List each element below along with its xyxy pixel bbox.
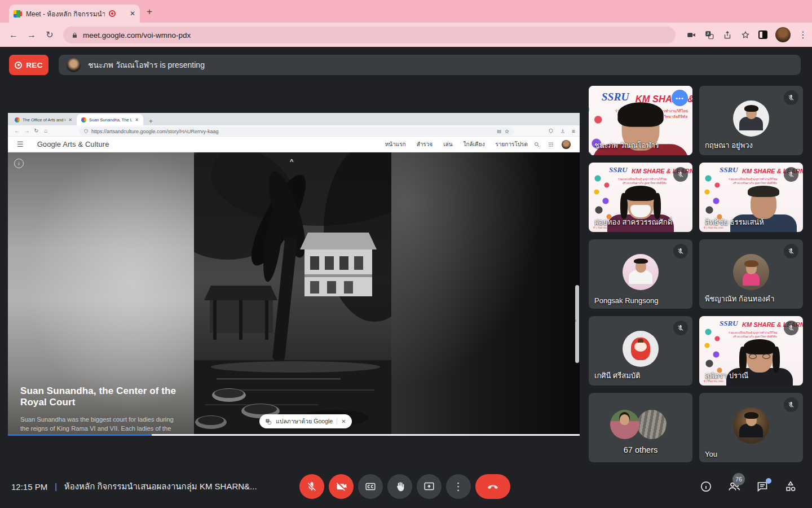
reader-mode-icon[interactable]: ▤ bbox=[497, 129, 501, 134]
end-call-button[interactable] bbox=[475, 474, 510, 499]
gac-nav-play[interactable]: เล่น bbox=[443, 140, 452, 148]
raise-hand-button[interactable] bbox=[387, 474, 412, 499]
mic-off-icon bbox=[673, 321, 688, 335]
share-icon[interactable] bbox=[722, 30, 732, 40]
address-bar[interactable]: meet.google.com/voi-wmno-pdx bbox=[63, 27, 676, 43]
story-info-icon[interactable]: i bbox=[14, 159, 24, 168]
participants-button[interactable]: 76 bbox=[727, 480, 741, 493]
gac-nav-explore[interactable]: สำรวจ bbox=[417, 140, 433, 148]
participant-tile[interactable]: กฤษณา อยู่พวง bbox=[699, 86, 803, 155]
collapse-chevron-icon[interactable]: ‹ bbox=[575, 318, 576, 323]
inner-download-icon[interactable] bbox=[560, 128, 566, 134]
participant-name: ฝอยทอง สาครวรรณศักดิ์ bbox=[594, 216, 672, 228]
divider: | bbox=[55, 482, 57, 491]
mic-off-icon bbox=[673, 244, 688, 259]
rec-label: REC bbox=[26, 61, 42, 69]
forward-icon[interactable]: → bbox=[23, 30, 41, 40]
inner-tab2-close-icon[interactable]: ✕ bbox=[135, 117, 139, 122]
participant-tile[interactable]: SSRU KM SHARE & LEARN ร่วมแลกเปลี่ยนเรีย… bbox=[589, 163, 692, 232]
inner-menu-icon[interactable]: ≡ bbox=[572, 128, 575, 134]
participant-tile[interactable]: พีชญาณัท ก้อนทองคำ bbox=[699, 239, 803, 309]
tab-close-icon[interactable]: ✕ bbox=[130, 10, 135, 17]
mic-off-icon bbox=[784, 90, 798, 105]
captions-icon bbox=[364, 480, 377, 493]
participant-tile[interactable]: SSRU KM SHARE & LEARN ร่วมแลกเปลี่ยนเรีย… bbox=[589, 86, 692, 155]
participant-tile[interactable]: SSRU KM SHARE & LEARN ร่วมแลกเปลี่ยนเรีย… bbox=[699, 163, 803, 232]
participant-avatar bbox=[733, 100, 769, 137]
lock-icon bbox=[71, 32, 78, 39]
meet-favicon-icon bbox=[14, 10, 22, 17]
inner-tab2-title: Suan Sunandha, The Learning C bbox=[89, 117, 132, 122]
participant-name: สุพัตรา ปราณี bbox=[705, 370, 748, 382]
profile-avatar[interactable] bbox=[775, 27, 791, 42]
bookmark-star-icon[interactable] bbox=[740, 30, 751, 40]
participant-tile[interactable]: เกศินี ศรีสมบัติ bbox=[589, 316, 692, 386]
mic-button[interactable] bbox=[299, 474, 324, 499]
gac-header-icons bbox=[533, 140, 571, 149]
mic-off-icon bbox=[784, 397, 798, 412]
inner-back-icon[interactable]: ← bbox=[12, 128, 22, 134]
inner-tab-1[interactable]: The Office of Arts and Culture, ✕ bbox=[10, 114, 77, 125]
translate-icon[interactable] bbox=[704, 30, 714, 40]
gac-nav-home[interactable]: หน้าแรก bbox=[385, 140, 406, 148]
inner-tab1-close-icon[interactable]: ✕ bbox=[68, 117, 72, 122]
mic-off-icon bbox=[784, 167, 798, 182]
participant-avatar bbox=[623, 254, 659, 290]
reload-icon[interactable]: ↻ bbox=[41, 29, 59, 40]
stage-scrollbar[interactable]: ‹ bbox=[575, 285, 579, 363]
inner-home-icon[interactable]: ⌂ bbox=[41, 128, 51, 134]
inner-url-text: https://artsandculture.google.com/story/… bbox=[91, 129, 494, 134]
inner-reload-icon[interactable]: ↻ bbox=[32, 128, 41, 134]
call-controls: ⋮ bbox=[299, 474, 510, 499]
inner-protection-icon[interactable] bbox=[548, 128, 554, 134]
gac-nav-nearby[interactable]: ใกล้เคียง bbox=[464, 140, 485, 148]
chat-button[interactable] bbox=[756, 480, 769, 493]
inner-bookmark-icon[interactable] bbox=[504, 129, 510, 134]
activities-button[interactable] bbox=[784, 480, 797, 493]
chat-notification-dot bbox=[766, 478, 771, 484]
inner-tab-2[interactable]: Suan Sunandha, The Learning C ✕ bbox=[77, 114, 143, 125]
gac-nav-favorites[interactable]: รายการโปรด bbox=[496, 140, 528, 148]
gac-brand[interactable]: Google Arts & Culture bbox=[37, 140, 109, 148]
captions-button[interactable] bbox=[358, 474, 383, 499]
gac-avatar[interactable] bbox=[562, 140, 571, 149]
translate-chip-close-icon[interactable]: ✕ bbox=[341, 418, 346, 424]
camera-button[interactable] bbox=[329, 474, 354, 499]
back-icon[interactable]: ← bbox=[5, 30, 23, 40]
presenting-banner: ชนะภพ วัณณโอฬาร is presenting bbox=[59, 55, 801, 75]
inner-tabstrip: The Office of Arts and Culture, ✕ Suan S… bbox=[8, 113, 580, 125]
browser-tab[interactable]: Meet - ห้องหลัก กิจกรรมนำเส ✕ bbox=[9, 5, 140, 23]
inner-tab1-title: The Office of Arts and Culture, bbox=[23, 117, 65, 122]
participant-avatar bbox=[623, 331, 659, 367]
new-tab-button[interactable]: + bbox=[147, 6, 152, 17]
participant-name: เกศินี ศรีสมบัติ bbox=[594, 370, 641, 382]
participant-name: You bbox=[705, 450, 717, 458]
tab-camera-indicator-icon[interactable] bbox=[686, 30, 696, 40]
gac-search-icon[interactable] bbox=[533, 141, 540, 148]
gac-menu-icon[interactable]: ☰ bbox=[17, 140, 24, 148]
meeting-details-button[interactable] bbox=[699, 480, 713, 493]
gac-apps-grid-icon[interactable] bbox=[548, 141, 554, 148]
inner-new-tab-button[interactable]: + bbox=[149, 117, 153, 125]
panel-buttons: 76 bbox=[699, 465, 797, 508]
overflow-tile[interactable]: 67 others bbox=[589, 393, 692, 462]
participant-tile[interactable]: Pongsak Rungsong bbox=[589, 239, 692, 309]
present-button[interactable] bbox=[417, 474, 442, 499]
inner-toolbar-actions: ≡ bbox=[548, 125, 575, 137]
participant-name: พีชญาณัท ก้อนทองคำ bbox=[705, 293, 774, 305]
story-viewer: i ^ Suan Sunandha, the Center of the Roy… bbox=[8, 152, 580, 436]
mic-off-icon bbox=[784, 244, 798, 259]
browser-menu-icon[interactable]: ⋮ bbox=[798, 29, 807, 40]
overflow-avatar bbox=[637, 410, 667, 439]
participant-tile[interactable]: SSRU KM SHARE & LEARN ร่วมแลกเปลี่ยนเรีย… bbox=[699, 316, 803, 386]
translate-chip[interactable]: แปลภาษาด้วย Google ✕ bbox=[259, 414, 352, 428]
side-panel-icon[interactable] bbox=[758, 30, 767, 39]
more-options-button[interactable]: ⋮ bbox=[446, 474, 471, 499]
inner-forward-icon[interactable]: → bbox=[22, 128, 32, 134]
activities-icon bbox=[784, 480, 797, 493]
story-progress-fill bbox=[8, 434, 152, 436]
inner-address-bar[interactable]: https://artsandculture.google.com/story/… bbox=[79, 127, 514, 135]
self-tile[interactable]: You bbox=[699, 393, 803, 462]
meeting-info: 12:15 PM | ห้องหลัก กิจกรรมนำเสนอผลงานกล… bbox=[11, 465, 257, 508]
story-chevron-up-icon[interactable]: ^ bbox=[290, 158, 293, 165]
